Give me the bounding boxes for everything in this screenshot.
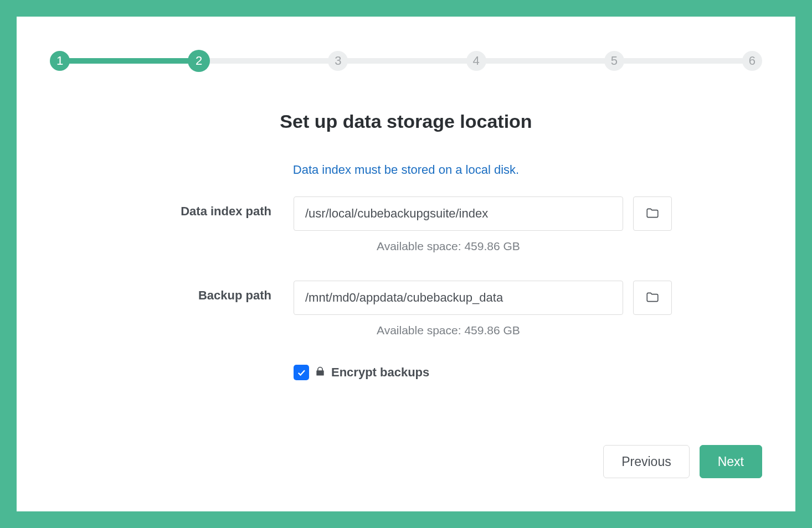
footer-buttons: Previous Next <box>603 445 762 478</box>
previous-button[interactable]: Previous <box>603 445 689 478</box>
encrypt-label: Encrypt backups <box>331 365 429 380</box>
browse-data-index-button[interactable] <box>633 196 672 231</box>
check-icon <box>296 367 306 377</box>
page-title: Set up data storage location <box>50 111 762 132</box>
step-6: 6 <box>742 51 762 71</box>
progress-stepper: 1 2 3 4 5 6 <box>50 50 762 72</box>
info-text: Data index must be stored on a local dis… <box>50 163 762 177</box>
encrypt-checkbox[interactable] <box>294 365 309 380</box>
input-line-backup-path <box>294 281 762 315</box>
backup-path-available-space: Available space: 459.86 GB <box>294 324 762 337</box>
folder-icon <box>645 206 660 222</box>
control-data-index: Available space: 459.86 GB <box>294 196 762 253</box>
input-line-data-index <box>294 196 762 231</box>
row-data-index: Data index path Available space: 459.86 … <box>50 196 762 253</box>
step-3: 3 <box>328 51 348 71</box>
step-2[interactable]: 2 <box>188 50 210 72</box>
step-5: 5 <box>604 51 624 71</box>
stepper-steps: 1 2 3 4 5 6 <box>50 50 762 72</box>
folder-icon <box>645 290 660 306</box>
backup-path-input[interactable] <box>294 281 623 315</box>
lock-icon <box>315 366 326 379</box>
label-backup-path: Backup path <box>50 281 294 303</box>
label-data-index: Data index path <box>50 196 294 219</box>
next-button[interactable]: Next <box>700 445 762 478</box>
control-backup-path: Available space: 459.86 GB <box>294 281 762 337</box>
browse-backup-path-button[interactable] <box>633 281 672 315</box>
step-1[interactable]: 1 <box>50 51 70 71</box>
setup-card: 1 2 3 4 5 6 Set up data storage location… <box>17 17 795 511</box>
data-index-available-space: Available space: 459.86 GB <box>294 240 762 253</box>
step-4: 4 <box>466 51 486 71</box>
data-index-path-input[interactable] <box>294 196 623 231</box>
row-backup-path: Backup path Available space: 459.86 GB <box>50 281 762 337</box>
encrypt-row: Encrypt backups <box>294 365 762 380</box>
